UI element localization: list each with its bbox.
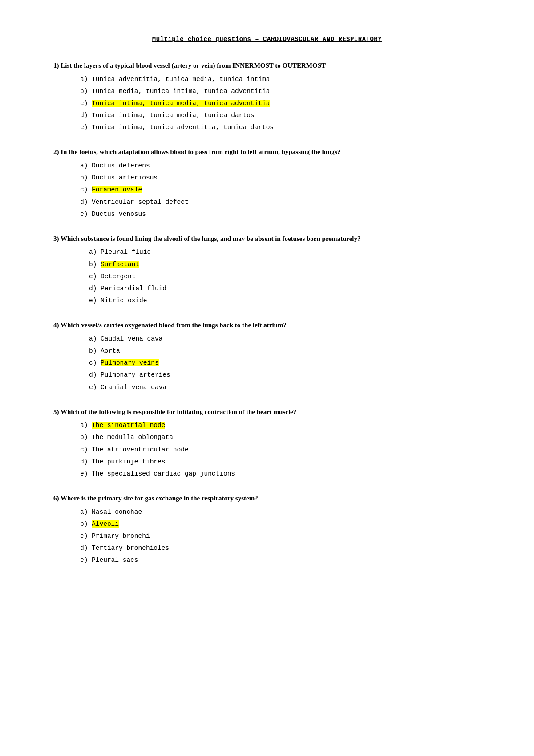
question-4-options: a) Caudal vena cava b) Aorta c) Pulmonar… [53, 334, 481, 393]
q1-option-b: b) Tunica media, tunica intima, tunica a… [80, 86, 481, 97]
q3-option-c: c) Detergent [89, 272, 481, 282]
q3-option-a: a) Pleural fluid [89, 247, 481, 257]
question-block-2: 2) In the foetus, which adaptation allow… [53, 147, 481, 219]
q5-option-d: d) The purkinje fibres [80, 457, 481, 467]
q1-option-d: d) Tunica intima, tunica media, tunica d… [80, 110, 481, 121]
question-block-4: 4) Which vessel/s carries oxygenated blo… [53, 320, 481, 392]
question-6-options: a) Nasal conchae b) Alveoli c) Primary b… [53, 507, 481, 566]
question-2-options: a) Ductus deferens b) Ductus arteriosus … [53, 161, 481, 219]
question-block-3: 3) Which substance is found lining the a… [53, 234, 481, 306]
q6-option-c: c) Primary bronchi [80, 531, 481, 541]
q3-option-b: b) Surfactant [89, 260, 481, 270]
q4-option-d: d) Pulmonary arteries [89, 370, 481, 380]
question-block-1: 1) List the layers of a typical blood ve… [53, 61, 481, 133]
question-3-options: a) Pleural fluid b) Surfactant c) Deterg… [53, 247, 481, 306]
q1-option-c: c) Tunica intima, tunica media, tunica a… [80, 98, 481, 109]
question-5-text: 5) Which of the following is responsible… [53, 407, 481, 417]
question-5-options: a) The sinoatrial node b) The medulla ob… [53, 420, 481, 479]
q4-option-c: c) Pulmonary veins [89, 358, 481, 368]
q4-option-a: a) Caudal vena cava [89, 334, 481, 344]
question-6-text: 6) Where is the primary site for gas exc… [53, 493, 481, 504]
question-1-options: a) Tunica adventitia, tunica media, tuni… [53, 74, 481, 133]
q4-option-b: b) Aorta [89, 346, 481, 356]
q5-option-e: e) The specialised cardiac gap junctions [80, 469, 481, 479]
q2-option-b: b) Ductus arteriosus [80, 173, 481, 183]
q2-option-e: e) Ductus venosus [80, 209, 481, 219]
q2-option-c: c) Foramen ovale [80, 185, 481, 195]
q1-option-a: a) Tunica adventitia, tunica media, tuni… [80, 74, 481, 85]
q6-option-b: b) Alveoli [80, 519, 481, 529]
q6-option-e: e) Pleural sacs [80, 555, 481, 565]
questions-container: 1) List the layers of a typical blood ve… [53, 61, 481, 566]
question-block-6: 6) Where is the primary site for gas exc… [53, 493, 481, 565]
page-title: Multiple choice questions – CARDIOVASCUL… [53, 36, 481, 43]
question-4-text: 4) Which vessel/s carries oxygenated blo… [53, 320, 481, 330]
q1-option-e: e) Tunica intima, tunica adventitia, tun… [80, 122, 481, 133]
question-1-text: 1) List the layers of a typical blood ve… [53, 61, 481, 71]
q4-option-e: e) Cranial vena cava [89, 382, 481, 393]
q6-option-a: a) Nasal conchae [80, 507, 481, 517]
q3-option-d: d) Pericardial fluid [89, 284, 481, 294]
q3-option-e: e) Nitric oxide [89, 296, 481, 306]
q5-option-b: b) The medulla oblongata [80, 432, 481, 443]
q5-option-a: a) The sinoatrial node [80, 420, 481, 431]
q6-option-d: d) Tertiary bronchioles [80, 543, 481, 553]
question-3-text: 3) Which substance is found lining the a… [53, 234, 481, 244]
q2-option-d: d) Ventricular septal defect [80, 197, 481, 207]
question-2-text: 2) In the foetus, which adaptation allow… [53, 147, 481, 157]
question-block-5: 5) Which of the following is responsible… [53, 407, 481, 479]
q5-option-c: c) The atrioventricular node [80, 445, 481, 455]
q2-option-a: a) Ductus deferens [80, 161, 481, 171]
